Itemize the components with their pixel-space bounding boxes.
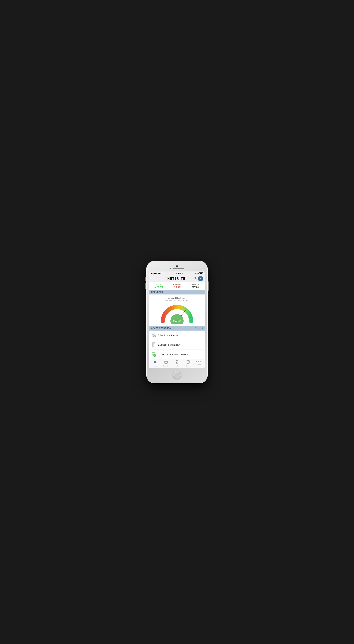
app-header: NETSUITE N	[150, 275, 204, 282]
svg-rect-34	[152, 354, 154, 354]
status-bar: AT&T ∿ 10:15 AM 100%	[150, 272, 204, 275]
nav-calendar[interactable]: 1 Calendar	[160, 360, 171, 367]
budget-icon	[151, 342, 156, 347]
dot-4	[155, 273, 156, 274]
saved-searches-title: SAVED SEARCHES	[151, 327, 171, 329]
battery-percent: 100%	[194, 272, 199, 274]
gauge-chart: 0 10 20 30 40 50 $38,363 $38,363	[160, 304, 194, 323]
svg-text:40: 40	[184, 310, 186, 312]
tax-icon: $	[151, 352, 156, 357]
home-button[interactable]	[173, 371, 181, 379]
status-left: AT&T ∿	[151, 272, 164, 274]
income-label: Income	[150, 284, 167, 286]
power-button[interactable]	[208, 281, 208, 291]
more-icon: ●●●	[196, 360, 202, 364]
kpi-meter-container: Income This Quarter January 1, 2013 – Ma…	[150, 294, 204, 326]
svg-text:30: 30	[178, 308, 179, 310]
more-label: More	[198, 364, 201, 365]
svg-rect-46	[176, 362, 177, 363]
kpi-top-bar: Income ▲ 20.8% Expenses ▼ 3.9% Revenue $…	[150, 282, 204, 290]
svg-rect-18	[152, 335, 154, 335]
calendar-icon: 1	[164, 360, 168, 365]
phone-top	[149, 264, 205, 271]
dot-1	[151, 273, 152, 274]
saved-searches-header: SAVED SEARCHES View List	[150, 326, 204, 330]
dot-5	[156, 273, 157, 274]
svg-rect-31	[153, 345, 154, 346]
search-item-tax[interactable]: $ 5 Sales Tax Reports to Review	[150, 350, 204, 359]
meter-title: Income This Quarter	[168, 297, 186, 299]
svg-text:$38,363: $38,363	[173, 320, 181, 322]
status-time: 10:15 AM	[176, 272, 183, 274]
volume-up-button[interactable]	[146, 276, 146, 281]
view-list-button[interactable]: View List	[195, 327, 203, 329]
income-value: ▲ 20.8%	[150, 286, 167, 288]
search-item-budgets[interactable]: 21 Budgets to Review	[150, 340, 204, 350]
svg-rect-33	[152, 353, 155, 354]
battery-fill	[200, 273, 202, 274]
svg-rect-45	[176, 362, 178, 362]
calls-label: Calls	[176, 365, 178, 367]
cases-icon	[186, 360, 190, 365]
side-buttons-left	[146, 276, 146, 289]
signal-dots	[151, 273, 157, 274]
svg-rect-50	[188, 362, 189, 362]
svg-rect-30	[153, 344, 154, 345]
home-icon	[153, 360, 157, 365]
svg-rect-49	[188, 361, 189, 362]
svg-text:10: 10	[166, 314, 167, 316]
search-list: 3 Invoices to Approve	[150, 330, 204, 359]
header-icons: N	[194, 276, 203, 281]
invoice-icon	[151, 333, 156, 338]
svg-line-1	[196, 279, 196, 280]
income-arrow-up-icon: ▲	[154, 286, 156, 288]
tax-text: 5 Sales Tax Reports to Review	[158, 353, 188, 356]
search-button[interactable]	[194, 277, 197, 280]
cases-label: Cases	[186, 365, 190, 367]
expenses-label: Expenses	[168, 284, 186, 286]
svg-rect-28	[153, 343, 155, 344]
dot-2	[152, 273, 154, 274]
kpi-meter-header: KPI METER	[150, 290, 204, 294]
earpiece-speaker	[173, 268, 184, 270]
revenue-label: Revenue	[187, 284, 204, 286]
phone-bottom	[149, 368, 205, 380]
svg-rect-21	[154, 336, 155, 337]
app-title: NETSUITE	[159, 277, 194, 280]
svg-rect-20	[154, 336, 155, 336]
dot-3	[154, 273, 155, 274]
revenue-stat[interactable]: Revenue $27.3K	[186, 282, 204, 290]
expenses-arrow-down-icon: ▼	[173, 286, 175, 288]
calendar-label: Calendar	[163, 365, 169, 367]
profile-badge[interactable]: N	[198, 276, 203, 281]
front-camera	[176, 265, 178, 267]
nav-cases[interactable]: Cases	[182, 360, 194, 367]
income-stat[interactable]: Income ▲ 20.8%	[150, 282, 168, 290]
svg-rect-44	[176, 361, 178, 362]
phone-shell: AT&T ∿ 10:15 AM 100% NETSUITE	[146, 261, 208, 383]
svg-text:$: $	[154, 354, 155, 356]
svg-rect-27	[152, 342, 155, 346]
expenses-value: ▼ 3.9%	[168, 286, 186, 288]
nav-calls[interactable]: Calls	[172, 360, 182, 367]
svg-rect-35	[152, 354, 154, 355]
volume-down-button[interactable]	[146, 283, 146, 289]
nav-home[interactable]: Home	[150, 360, 160, 367]
bottom-nav: Home 1 Calendar	[150, 359, 204, 368]
home-label: Home	[153, 365, 157, 367]
side-button-right	[208, 281, 208, 291]
search-item-invoices[interactable]: 3 Invoices to Approve	[150, 330, 204, 340]
invoices-text: 3 Invoices to Approve	[158, 334, 179, 336]
gauge-svg: 0 10 20 30 40 50 $38,363 $38,363	[160, 304, 194, 324]
svg-text:20: 20	[172, 309, 173, 311]
battery-icon	[199, 272, 203, 274]
calls-icon	[175, 360, 179, 365]
expenses-stat[interactable]: Expenses ▼ 3.9%	[168, 282, 186, 290]
svg-text:1: 1	[166, 362, 166, 363]
revenue-value: $27.3K	[187, 286, 204, 288]
svg-text:0: 0	[162, 322, 162, 323]
carrier-name: AT&T	[158, 272, 162, 274]
nav-more[interactable]: ●●● More	[194, 360, 204, 367]
speaker-area	[170, 268, 184, 270]
wifi-icon: ∿	[163, 272, 164, 274]
